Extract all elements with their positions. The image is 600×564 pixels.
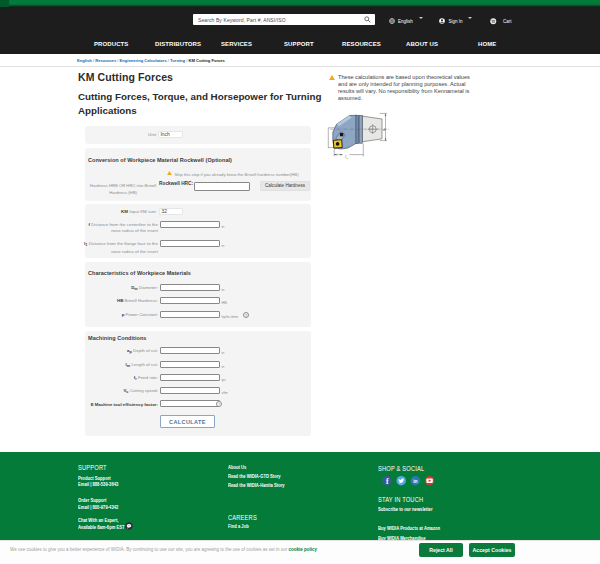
svg-text:in: in [413, 478, 417, 484]
svg-text:d: d [383, 128, 385, 132]
svg-text:1: 1 [347, 157, 349, 159]
